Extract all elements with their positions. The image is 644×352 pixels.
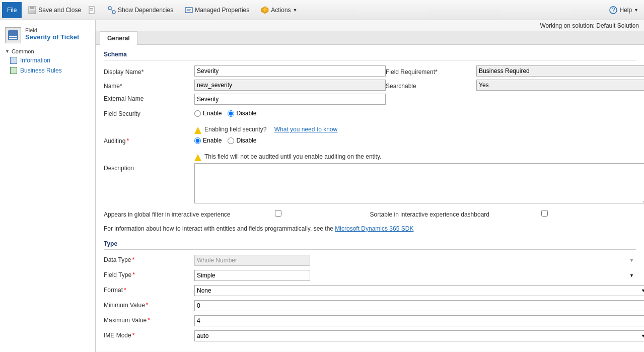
display-name-input-wrapper: [194, 65, 386, 77]
minimum-value-row: Minimum Value*: [104, 300, 636, 312]
global-filter-checkbox-wrapper: [275, 209, 370, 218]
field-security-field: Enable Disable: [194, 109, 636, 117]
field-security-radio-group: Enable Disable: [194, 109, 636, 117]
name-required: *: [120, 83, 122, 90]
external-name-input[interactable]: [194, 94, 386, 105]
format-row: Format* None Duration Time Zone Language…: [104, 285, 636, 297]
file-button[interactable]: File: [2, 2, 22, 18]
svg-rect-9: [185, 8, 192, 13]
auditing-enable-option[interactable]: Enable: [194, 137, 222, 144]
form-body: Schema Display Name* Field Requirement*: [96, 45, 644, 351]
warning-security-link[interactable]: What you need to know: [274, 126, 337, 133]
field-security-warning: Enabling field security? What you need t…: [104, 124, 636, 136]
svg-text:?: ?: [612, 7, 615, 14]
searchable-label: Searchable: [386, 81, 476, 90]
save-and-close-button[interactable]: Save and Close: [25, 2, 85, 18]
sortable-checkbox[interactable]: [541, 210, 548, 217]
auditing-disable-label: Disable: [236, 137, 256, 144]
auditing-disable-radio[interactable]: [228, 137, 234, 144]
auditing-required: *: [126, 137, 129, 145]
field-security-disable-radio[interactable]: [228, 110, 234, 117]
sortable-right: Sortable in interactive experience dashb…: [370, 208, 636, 219]
sdk-info-text: For information about how to interact wi…: [104, 225, 333, 232]
help-dropdown-arrow: ▼: [634, 8, 638, 13]
data-type-label: Data Type*: [104, 255, 194, 263]
sidebar-field-label: Field: [25, 27, 79, 33]
page-icon: [88, 6, 96, 14]
warning-security-text: Enabling field security?: [204, 126, 266, 133]
ime-mode-label: IME Mode*: [104, 330, 194, 339]
toolbar-right: ? Help ▼: [606, 2, 642, 18]
show-dependencies-button[interactable]: Show Dependencies: [104, 2, 177, 18]
tabs: General: [96, 31, 644, 45]
actions-dropdown-arrow: ▼: [293, 8, 298, 13]
field-security-row: Field Security Enable Disable: [104, 109, 636, 121]
maximum-value-input[interactable]: [194, 315, 644, 326]
information-icon: [10, 57, 17, 64]
name-input[interactable]: [194, 80, 386, 91]
tab-general[interactable]: General: [100, 31, 137, 45]
display-name-label: Display Name*: [104, 67, 194, 76]
field-security-enable-option[interactable]: Enable: [194, 110, 222, 117]
actions-button[interactable]: ⚡ Actions ▼: [257, 2, 301, 18]
auditing-disable-option[interactable]: Disable: [228, 137, 256, 144]
searchable-select[interactable]: Yes No: [476, 80, 644, 91]
format-select[interactable]: None Duration Time Zone Language: [194, 285, 644, 296]
main-panel: Working on solution: Default Solution Ge…: [96, 20, 644, 352]
save-and-close-label: Save and Close: [38, 7, 81, 14]
ime-mode-select[interactable]: auto active inactive disabled: [194, 330, 644, 341]
field-requirement-input-wrapper: Business Required Required Optional Reco…: [476, 65, 644, 77]
maximum-value-field: [194, 315, 644, 326]
field-icon-inner: [8, 30, 18, 40]
display-name-input[interactable]: [194, 65, 386, 77]
sidebar-item-information[interactable]: Information: [0, 55, 95, 65]
field-requirement-select[interactable]: Business Required Required Optional Reco…: [476, 65, 644, 77]
external-name-row: External Name: [104, 94, 636, 106]
managed-properties-button[interactable]: Managed Properties: [181, 2, 253, 18]
show-dependencies-label: Show Dependencies: [118, 7, 173, 14]
dependencies-icon: [108, 6, 116, 14]
toolbar: File Save and Close Show Dependencies Ma…: [0, 0, 644, 20]
auditing-warning: This field will not be audited until you…: [104, 151, 636, 163]
help-button[interactable]: ? Help ▼: [606, 2, 642, 18]
auditing-enable-radio[interactable]: [194, 137, 201, 144]
maximum-value-label: Maximum Value*: [104, 315, 194, 324]
data-type-row: Data Type* Whole Number ▼: [104, 255, 636, 267]
sidebar-item-business-rules[interactable]: Business Rules: [0, 65, 95, 76]
svg-point-7: [112, 11, 115, 14]
unsaved-indicator[interactable]: [85, 2, 100, 18]
schema-section-title: Schema: [104, 51, 636, 60]
help-icon: ?: [609, 6, 617, 14]
sdk-link[interactable]: Microsoft Dynamics 365 SDK: [335, 225, 413, 232]
field-icon: [5, 27, 21, 43]
display-name-required: *: [141, 68, 144, 76]
content-area: Field Severity of Ticket Common Informat…: [0, 20, 644, 352]
sdk-info-row: For information about how to interact wi…: [104, 222, 636, 235]
minimum-value-input[interactable]: [194, 300, 644, 311]
field-type-row: Field Type* Simple Calculated Rollup ▼: [104, 270, 636, 282]
auditing-enable-label: Enable: [203, 137, 222, 144]
auditing-warning-text: This field will not be audited until you…: [204, 153, 381, 160]
field-requirement-label: Field Requirement*: [386, 67, 476, 76]
name-left: Name*: [104, 80, 386, 91]
sidebar-field-name: Severity of Ticket: [25, 33, 79, 41]
auditing-label: Auditing*: [104, 136, 194, 145]
data-type-select[interactable]: Whole Number: [194, 255, 310, 266]
name-label: Name*: [104, 81, 194, 90]
ime-mode-field: auto active inactive disabled ▼: [194, 330, 644, 341]
name-input-wrapper: [194, 80, 386, 91]
field-security-enable-radio[interactable]: [194, 110, 201, 117]
description-field: [194, 163, 644, 205]
sidebar-common-section[interactable]: Common: [0, 44, 95, 55]
field-type-field: Simple Calculated Rollup ▼: [194, 270, 636, 281]
separator-3: [255, 4, 255, 16]
field-type-select[interactable]: Simple Calculated Rollup: [194, 270, 310, 281]
field-security-disable-option[interactable]: Disable: [228, 110, 256, 117]
field-security-disable-label: Disable: [236, 110, 256, 117]
auditing-radio-group: Enable Disable: [194, 136, 636, 144]
display-name-row: Display Name* Field Requirement* Busines…: [104, 65, 636, 77]
help-label: Help: [619, 7, 632, 14]
description-textarea[interactable]: [194, 163, 644, 203]
sidebar: Field Severity of Ticket Common Informat…: [0, 20, 96, 352]
global-filter-checkbox[interactable]: [275, 210, 281, 217]
